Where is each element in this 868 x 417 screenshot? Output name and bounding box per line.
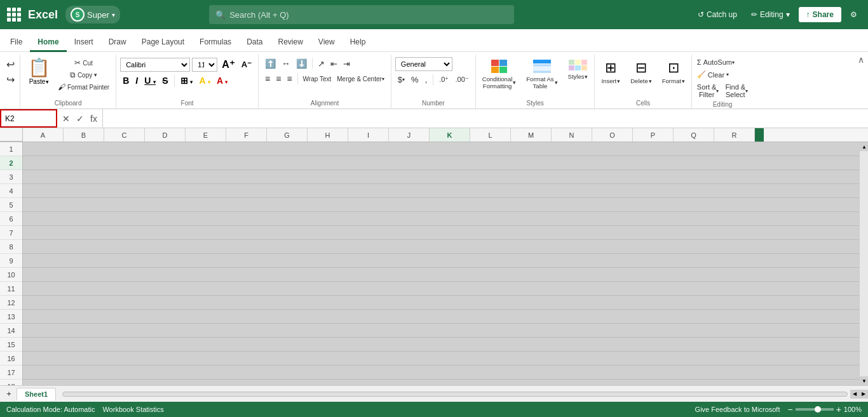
- scrollbar-track-v[interactable]: [860, 151, 868, 376]
- col-header-B[interactable]: B: [64, 128, 104, 142]
- col-header-N[interactable]: N: [552, 128, 592, 142]
- editing-button[interactable]: ✏ Editing ▾: [746, 8, 795, 22]
- borders-button[interactable]: ⊞ ▾: [178, 74, 196, 87]
- row-12[interactable]: 12: [0, 296, 22, 310]
- tab-data[interactable]: Data: [239, 34, 270, 52]
- col-header-K[interactable]: K: [430, 128, 470, 142]
- ribbon-collapse-button[interactable]: ∧: [855, 53, 867, 66]
- tab-draw[interactable]: Draw: [101, 34, 134, 52]
- decimal-dec-button[interactable]: .00⁻: [452, 74, 471, 85]
- col-header-A[interactable]: A: [23, 128, 64, 142]
- cancel-formula-button[interactable]: ✕: [60, 112, 72, 125]
- row-13[interactable]: 13: [0, 310, 22, 324]
- row-8[interactable]: 8: [0, 240, 22, 254]
- align-right-button[interactable]: ≡: [284, 72, 294, 85]
- delete-button[interactable]: ⊟ Delete ▾: [627, 57, 655, 87]
- font-grow-button[interactable]: A⁺: [219, 57, 237, 72]
- align-top-button[interactable]: ⬆️: [262, 57, 278, 70]
- indent-inc-button[interactable]: ⇥: [341, 57, 353, 70]
- tab-home[interactable]: Home: [30, 34, 66, 52]
- tab-insert[interactable]: Insert: [67, 34, 101, 52]
- number-format-select[interactable]: General: [395, 57, 452, 71]
- row-3[interactable]: 3: [0, 170, 22, 184]
- scroll-up-button[interactable]: ▲: [860, 142, 868, 151]
- confirm-formula-button[interactable]: ✓: [74, 112, 86, 125]
- horizontal-scrollbar[interactable]: [60, 386, 850, 402]
- tab-formulas[interactable]: Formulas: [192, 34, 239, 52]
- wrap-text-button[interactable]: Wrap Text: [301, 72, 334, 85]
- tab-review[interactable]: Review: [270, 34, 310, 52]
- scroll-right-button[interactable]: ▶: [859, 390, 868, 399]
- search-input[interactable]: [209, 5, 514, 24]
- sheet-tab-sheet1[interactable]: Sheet1: [17, 388, 56, 400]
- col-header-O[interactable]: O: [592, 128, 633, 142]
- col-header-C[interactable]: C: [104, 128, 145, 142]
- catchup-button[interactable]: ↺ Catch up: [693, 8, 742, 22]
- row-5[interactable]: 5: [0, 198, 22, 212]
- text-direction-button[interactable]: ↗: [315, 57, 327, 70]
- col-header-R[interactable]: R: [714, 128, 755, 142]
- row-1[interactable]: 1: [0, 142, 22, 156]
- font-size-select[interactable]: 11: [192, 58, 217, 72]
- zoom-plus-button[interactable]: +: [836, 404, 841, 414]
- tab-help[interactable]: Help: [342, 34, 374, 52]
- cell-grid[interactable]: [23, 142, 859, 385]
- profile-area[interactable]: S Super ▾: [65, 6, 120, 23]
- tab-page-layout[interactable]: Page Layout: [134, 34, 192, 52]
- zoom-minus-button[interactable]: −: [787, 404, 792, 414]
- name-box-input[interactable]: K2: [5, 114, 52, 123]
- col-header-H[interactable]: H: [308, 128, 348, 142]
- settings-icon[interactable]: ⚙: [845, 6, 863, 23]
- paste-button[interactable]: 📋 Paste ▾: [24, 55, 54, 88]
- clear-button[interactable]: 🧹 Clear ▾: [695, 69, 731, 80]
- percent-button[interactable]: %: [409, 74, 421, 86]
- cut-button[interactable]: ✂ Cut: [55, 57, 112, 69]
- undo-button[interactable]: ↩: [4, 57, 17, 72]
- scroll-left-button[interactable]: ◀: [850, 390, 859, 399]
- col-header-I[interactable]: I: [348, 128, 389, 142]
- fill-color-button[interactable]: A ▾: [196, 74, 212, 87]
- zoom-slider[interactable]: [796, 408, 834, 411]
- formula-input[interactable]: [108, 114, 863, 123]
- align-middle-button[interactable]: ↔: [279, 57, 293, 70]
- font-color-button[interactable]: A ▾: [214, 74, 230, 87]
- row-11[interactable]: 11: [0, 282, 22, 296]
- fx-button[interactable]: fx: [88, 112, 100, 125]
- row-15[interactable]: 15: [0, 338, 22, 352]
- cell-styles-button[interactable]: Styles ▾: [564, 57, 592, 83]
- find-select-button[interactable]: Find &Select ▾: [722, 82, 750, 100]
- row-14[interactable]: 14: [0, 324, 22, 338]
- row-18[interactable]: 18: [0, 380, 22, 385]
- row-4[interactable]: 4: [0, 184, 22, 198]
- insert-button[interactable]: ⊞ Insert ▾: [597, 57, 624, 87]
- scroll-down-button[interactable]: ▼: [860, 376, 868, 385]
- align-bottom-button[interactable]: ⬇️: [294, 57, 309, 70]
- col-header-F[interactable]: F: [226, 128, 267, 142]
- row-7[interactable]: 7: [0, 226, 22, 240]
- underline-button[interactable]: U ▾: [142, 74, 158, 87]
- col-header-P[interactable]: P: [633, 128, 674, 142]
- sort-filter-button[interactable]: Sort &Filter ▾: [695, 82, 722, 100]
- align-center-button[interactable]: ≡: [273, 72, 283, 85]
- col-header-Q[interactable]: Q: [674, 128, 714, 142]
- dollar-button[interactable]: $ ▾: [395, 74, 407, 86]
- col-header-J[interactable]: J: [389, 128, 430, 142]
- waffle-icon[interactable]: [5, 6, 23, 23]
- add-sheet-button[interactable]: ＋: [3, 387, 15, 400]
- font-name-select[interactable]: Calibri: [120, 58, 190, 72]
- indent-dec-button[interactable]: ⇤: [328, 57, 340, 70]
- redo-button[interactable]: ↪: [4, 72, 17, 87]
- row-9[interactable]: 9: [0, 254, 22, 268]
- italic-button[interactable]: I: [133, 74, 140, 87]
- merge-center-button[interactable]: Merge & Center ▾: [334, 72, 387, 85]
- col-header-M[interactable]: M: [511, 128, 552, 142]
- row-2[interactable]: 2: [0, 156, 22, 170]
- align-left-button[interactable]: ≡: [262, 72, 273, 85]
- row-16[interactable]: 16: [0, 352, 22, 366]
- format-as-table-button[interactable]: Format AsTable ▾: [522, 57, 561, 92]
- tab-view[interactable]: View: [311, 34, 342, 52]
- row-17[interactable]: 17: [0, 366, 22, 380]
- bold-button[interactable]: B: [120, 74, 132, 87]
- col-header-G[interactable]: G: [267, 128, 308, 142]
- name-box[interactable]: K2: [0, 109, 57, 128]
